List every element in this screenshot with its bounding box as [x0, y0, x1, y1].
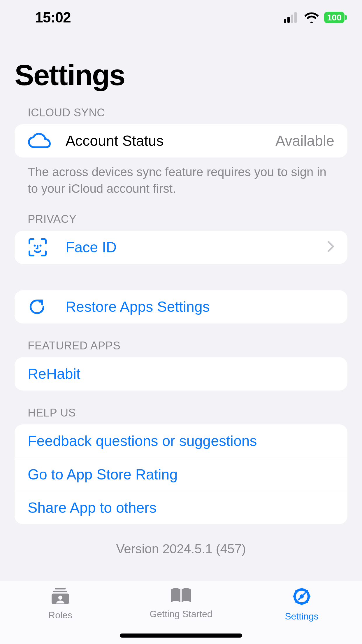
section-header-helpus: HELP US: [15, 391, 347, 424]
book-icon: [170, 587, 192, 606]
chevron-right-icon: [327, 239, 334, 256]
cloud-icon: [28, 133, 54, 149]
roles-icon: [51, 587, 70, 607]
rate-label: Go to App Store Rating: [28, 466, 178, 483]
feedback-label: Feedback questions or suggestions: [28, 433, 257, 449]
featured-card: ReHabit: [15, 357, 347, 391]
faceid-icon: [28, 237, 54, 257]
svg-rect-2: [291, 15, 293, 23]
svg-point-4: [34, 245, 36, 247]
status-bar: 15:02 100: [0, 0, 362, 26]
status-time: 15:02: [35, 9, 71, 26]
account-status-row[interactable]: Account Status Available: [15, 124, 347, 158]
feedback-row[interactable]: Feedback questions or suggestions: [15, 424, 347, 458]
battery-indicator: 100: [324, 12, 345, 23]
home-indicator[interactable]: [120, 634, 242, 638]
tab-settings-label: Settings: [285, 611, 319, 622]
restore-label: Restore Apps Settings: [66, 298, 334, 315]
icloud-footer: The across devices sync feature requires…: [15, 158, 347, 197]
rehabit-label: ReHabit: [28, 365, 80, 382]
section-header-privacy: PRIVACY: [15, 197, 347, 231]
restore-row[interactable]: Restore Apps Settings: [15, 290, 347, 323]
restore-card: Restore Apps Settings: [15, 290, 347, 323]
tab-roles[interactable]: Roles: [0, 587, 121, 621]
icloud-card: Account Status Available: [15, 124, 347, 158]
rehabit-row[interactable]: ReHabit: [15, 357, 347, 391]
tab-settings[interactable]: Settings: [241, 587, 362, 622]
tab-getting-started[interactable]: Getting Started: [121, 587, 241, 620]
svg-rect-1: [287, 17, 290, 23]
svg-point-5: [40, 245, 42, 247]
status-indicators: 100: [284, 12, 345, 23]
privacy-card: Face ID: [15, 231, 347, 264]
svg-rect-7: [53, 591, 67, 592]
helpus-card: Feedback questions or suggestions Go to …: [15, 424, 347, 524]
svg-point-9: [58, 596, 62, 600]
faceid-row[interactable]: Face ID: [15, 231, 347, 264]
restore-icon: [28, 298, 54, 316]
svg-line-20: [302, 592, 306, 596]
share-row[interactable]: Share App to others: [15, 491, 347, 524]
cellular-icon: [284, 12, 299, 23]
battery-value: 100: [327, 13, 342, 22]
share-label: Share App to others: [28, 499, 157, 516]
tab-getting-started-label: Getting Started: [150, 609, 212, 620]
account-status-label: Account Status: [66, 132, 275, 149]
svg-rect-0: [284, 19, 286, 23]
account-status-value: Available: [275, 132, 334, 149]
section-header-icloud: ICLOUD SYNC: [15, 104, 347, 124]
rate-row[interactable]: Go to App Store Rating: [15, 458, 347, 491]
wifi-icon: [304, 12, 319, 23]
svg-rect-6: [55, 588, 66, 589]
gear-icon: [292, 587, 311, 608]
version-label: Version 2024.5.1 (457): [15, 542, 347, 556]
svg-rect-3: [294, 12, 297, 23]
section-header-featured: FEATURED APPS: [15, 323, 347, 357]
page-title: Settings: [0, 26, 362, 104]
tab-roles-label: Roles: [48, 610, 72, 621]
faceid-label: Face ID: [66, 239, 321, 256]
